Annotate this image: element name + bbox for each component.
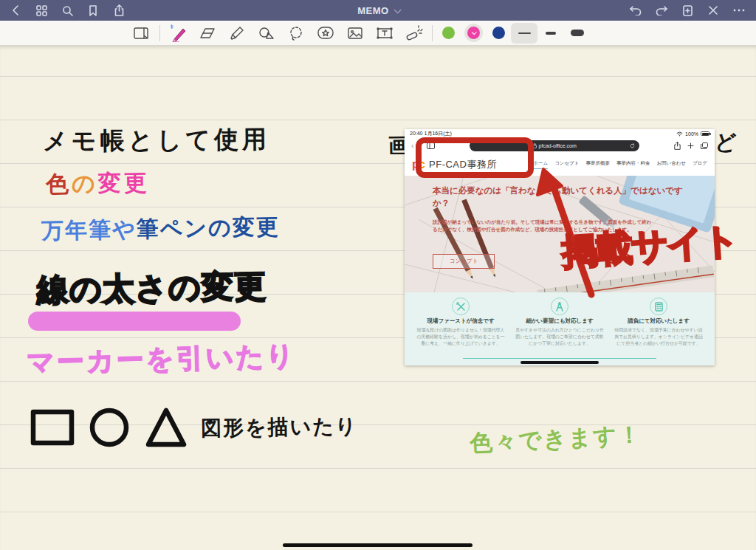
divider (159, 25, 160, 41)
status-time: 20:40 (410, 131, 423, 136)
site-features: 現場ファーストが信念です 現場丸投げの図面は作りません！現場代理人の実務経験を活… (405, 292, 715, 365)
color-swatch-green[interactable] (436, 22, 461, 44)
feature-title: 細かい要望にも対応します (515, 317, 605, 325)
status-date: 1月16日(土) (424, 131, 451, 136)
feature-title: 請負にて対応いたします (614, 317, 704, 325)
note-color-change: 色の変更 (46, 168, 150, 200)
feature-column: 請負にて対応いたします 時間請求でなく、現場予算に合わせやすい請負でお見積りしま… (614, 298, 704, 365)
note-shapes-caption: 図形を描いたり (201, 413, 358, 443)
safari-toolbar: ‹ › pfcad-office.com (405, 138, 715, 154)
thumbnails-grid-icon[interactable] (35, 4, 48, 17)
tool-ribbon (0, 21, 756, 46)
note-line-thickness: 線の太さの変更 (37, 265, 267, 312)
feature-body: 時間請求でなく、現場予算に合わせやすい請負でお見積りします。オンラインビデオ通話… (614, 327, 704, 347)
feature-title: 現場ファーストが信念です (416, 317, 506, 325)
feature-body: 現場丸投げの図面は作りません！現場代理人の実務経験を活かし、現場が求めることを一… (416, 327, 506, 347)
close-icon[interactable] (707, 4, 720, 17)
feature-column: 現場ファーストが信念です 現場丸投げの図面は作りません！現場代理人の実務経験を活… (416, 298, 506, 365)
title-chevron-icon (394, 6, 401, 13)
add-page-icon[interactable] (681, 4, 694, 17)
wifi-icon (676, 131, 683, 137)
lasso-tool-icon[interactable] (281, 22, 311, 44)
back-chevron-icon[interactable] (9, 4, 22, 17)
thickness-thin-selected[interactable] (511, 23, 537, 44)
highlighter-tool-icon[interactable] (222, 22, 252, 44)
image-tool-icon[interactable] (340, 22, 370, 44)
color-swatch-navy[interactable] (486, 22, 511, 44)
tabs-icon (701, 142, 708, 149)
top-navigation-bar: MEMO (0, 0, 756, 21)
site-nav-outline: 事業所概要 (585, 160, 610, 169)
screenshot-status-bar: 20:40 1月16日(土) 100% (405, 129, 715, 138)
share-icon[interactable] (112, 4, 126, 17)
site-nav-contact: お問い合わせ (656, 160, 686, 169)
reload-icon (630, 143, 635, 148)
feature-body: 見やすさや寸法の入れ方ひとつにこだわり作図いたします。現場のご希望に合わせて柔軟… (515, 327, 605, 347)
screenshot-home-indicator (520, 361, 599, 364)
tools-icon (456, 302, 466, 312)
square-shape (33, 412, 72, 443)
share-icon (674, 142, 681, 150)
note-marker: マーカーを引いたり (26, 337, 296, 382)
site-nav: ホーム コンセプト 事業所概要 事業内容・料金 お問い合わせ ブログ (533, 160, 707, 169)
battery-icon (701, 131, 709, 136)
teal-divider (463, 358, 656, 360)
eraser-tool-icon[interactable] (193, 22, 222, 44)
thickness-medium[interactable] (537, 23, 564, 44)
url-bar: pfcad-office.com (470, 140, 639, 151)
site-hero: 本当に必要なのは「言わなくても動いてくれる人」ではないですか？ 設計図が納まって… (405, 176, 715, 292)
home-indicator[interactable] (283, 543, 472, 547)
site-nav-blog: ブログ (693, 160, 707, 169)
lock-icon (533, 143, 537, 148)
shapes-tool-icon[interactable] (252, 22, 281, 44)
browser-forward-icon: › (419, 142, 422, 150)
pen-tool-icon[interactable] (163, 22, 193, 44)
site-nav-home: ホーム (533, 160, 548, 169)
note-memo-use: メモ帳として使用 (43, 123, 270, 159)
note-pen-change: 万年筆や筆ペンの変更 (41, 212, 280, 247)
new-tab-icon (687, 142, 694, 149)
site-nav-services: 事業内容・料金 (616, 160, 650, 169)
pink-highlighter-stroke (28, 312, 241, 331)
note-various: 色々できます！ (469, 419, 643, 459)
drawn-shapes (28, 405, 189, 450)
triangle-shape (148, 410, 184, 444)
search-icon[interactable] (61, 4, 74, 17)
sidebar-icon (427, 142, 435, 149)
hero-heading: 本当に必要なのは「言わなくても動いてくれる人」ではないですか？ (433, 185, 685, 209)
redo-icon[interactable] (655, 4, 668, 17)
undo-icon[interactable] (629, 4, 642, 17)
site-logo: pfc (412, 158, 423, 171)
pasted-screenshot[interactable]: 20:40 1月16日(土) 100% ‹ › pfcad-office.com… (405, 129, 715, 365)
swatch-chevron-icon (471, 30, 476, 35)
circle-shape (92, 410, 126, 444)
sticker-tool-icon[interactable] (311, 22, 340, 44)
concept-button: コンセプト (433, 254, 495, 269)
hero-body-text: 設計図が納まっていないのが当たり前。そして現場は常に変動する生き物です。図面を作… (433, 219, 654, 234)
bookmark-icon[interactable] (86, 4, 100, 17)
site-nav-concept: コンセプト (554, 160, 579, 169)
calculator-icon (655, 302, 663, 312)
laser-pointer-icon[interactable] (399, 22, 429, 44)
compass-icon (555, 302, 564, 312)
more-options-icon[interactable] (732, 4, 746, 17)
feature-column: 細かい要望にも対応します 見やすさや寸法の入れ方ひとつにこだわり作図いたします。… (515, 298, 605, 365)
status-battery-percent: 100% (685, 131, 698, 137)
site-name: PF-CAD事務所 (429, 158, 497, 171)
browser-back-icon: ‹ (411, 142, 414, 150)
divider (432, 25, 433, 41)
thickness-thick[interactable] (564, 23, 591, 44)
color-swatch-pink-selected[interactable] (461, 22, 486, 44)
site-header: pfc PF-CAD事務所 ホーム コンセプト 事業所概要 事業内容・料金 お問… (405, 154, 715, 176)
page-panel-icon[interactable] (127, 22, 157, 44)
text-tool-icon[interactable] (370, 22, 399, 44)
